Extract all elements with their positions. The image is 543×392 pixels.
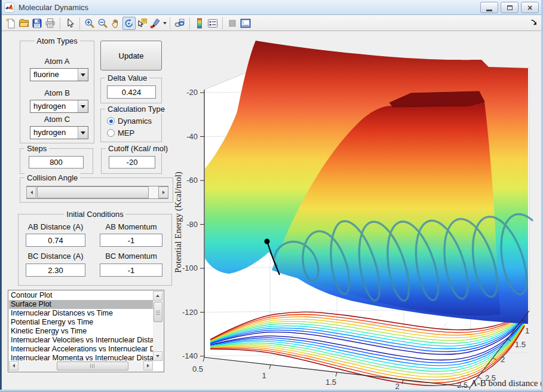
panel-title: Collision Angle bbox=[24, 173, 80, 182]
panel-title: Calculation Type bbox=[105, 105, 167, 114]
radio-mep[interactable]: MEP bbox=[107, 128, 134, 137]
tick-label: 1.5 bbox=[326, 378, 336, 387]
dropdown-button[interactable] bbox=[78, 100, 88, 112]
atom-a-dropdown[interactable]: fluorine bbox=[30, 68, 88, 81]
tick-label: 1.5 bbox=[515, 340, 526, 349]
close-icon: × bbox=[527, 4, 532, 12]
insert-colorbar-icon[interactable] bbox=[193, 17, 206, 30]
data-cursor-icon[interactable] bbox=[136, 17, 149, 30]
link-plots-icon[interactable] bbox=[173, 17, 186, 30]
atom-c-value: hydrogen bbox=[33, 128, 66, 137]
plot-tools-off-icon[interactable] bbox=[226, 17, 239, 30]
pan-icon[interactable] bbox=[109, 17, 122, 30]
pointer-icon[interactable] bbox=[63, 17, 76, 30]
trajectory-start-marker bbox=[265, 239, 270, 244]
list-item[interactable]: Internuclear Velocities vs Internuclear … bbox=[9, 336, 153, 345]
vscroll-thumb[interactable] bbox=[154, 302, 162, 322]
delta-value-panel: Delta Value bbox=[100, 78, 162, 103]
rotate-3d-icon[interactable] bbox=[122, 17, 136, 30]
scroll-left-button[interactable] bbox=[9, 361, 19, 370]
panel-title: Delta Value bbox=[105, 74, 149, 82]
atom-b-label: Atom B bbox=[20, 88, 94, 97]
list-item[interactable]: Surface Plot bbox=[9, 300, 153, 309]
atom-b-dropdown[interactable]: hydrogen bbox=[30, 100, 88, 113]
tick-label: -120 bbox=[182, 308, 198, 317]
atom-a-label: Atom A bbox=[20, 57, 94, 66]
steps-panel: Steps bbox=[20, 148, 93, 174]
panel-title: Cutoff (Kcal/ mol) bbox=[106, 144, 170, 153]
cutoff-field[interactable] bbox=[109, 156, 155, 169]
tick-label: -60 bbox=[186, 176, 198, 185]
tick-label: -140 bbox=[182, 351, 198, 360]
zoom-in-icon[interactable] bbox=[83, 17, 96, 30]
save-figure-icon[interactable] bbox=[30, 17, 44, 30]
radio-dynamics[interactable]: Dynamics bbox=[107, 117, 152, 125]
arrow-up-icon bbox=[156, 295, 159, 297]
dropdown-button[interactable] bbox=[78, 127, 88, 139]
dropdown-button[interactable] bbox=[78, 69, 88, 81]
list-item[interactable]: Internuclear Accelerations vs Internucle… bbox=[9, 345, 153, 354]
title-bar[interactable]: Molecular Dynamics × bbox=[0, 0, 543, 15]
arrow-down-icon bbox=[156, 355, 159, 357]
radio-dynamics-label: Dynamics bbox=[118, 117, 152, 125]
slider-left-arrow[interactable] bbox=[26, 186, 36, 198]
delta-value-field[interactable] bbox=[107, 85, 156, 99]
surface-plot-canvas[interactable]: -20-40-60-80-100-120-1400.511.522.511.52… bbox=[173, 31, 543, 390]
thumb-grip bbox=[90, 364, 96, 368]
bc-momentum-label: BC Momentum bbox=[100, 252, 162, 261]
atom-c-dropdown[interactable]: hydrogen bbox=[30, 126, 88, 139]
listbox-items: Contour PlotSurface PlotInternuclear Dis… bbox=[9, 291, 153, 361]
scroll-down-button[interactable] bbox=[153, 351, 162, 361]
close-button[interactable]: × bbox=[521, 2, 539, 13]
list-item[interactable]: Contour Plot bbox=[9, 291, 153, 300]
ab-distance-label: AB Distance (A) bbox=[26, 222, 85, 231]
toolbar-overflow-icon[interactable] bbox=[530, 19, 538, 27]
open-file-icon[interactable] bbox=[17, 17, 30, 30]
toolbar-separator bbox=[189, 17, 190, 29]
panel-title: Atom Types bbox=[34, 36, 79, 45]
radio-unselected-icon[interactable] bbox=[107, 129, 115, 137]
hscroll-thumb[interactable] bbox=[57, 362, 128, 370]
listbox-hscrollbar[interactable] bbox=[9, 361, 153, 371]
atom-b-value: hydrogen bbox=[33, 102, 66, 111]
window-title: Molecular Dynamics bbox=[19, 3, 88, 12]
cutoff-panel: Cutoff (Kcal/ mol) bbox=[101, 148, 162, 174]
scroll-right-button[interactable] bbox=[143, 361, 153, 370]
insert-legend-icon[interactable] bbox=[206, 17, 219, 30]
list-item[interactable]: Internuclear Distances vs Time bbox=[9, 309, 153, 318]
scroll-up-button[interactable] bbox=[153, 291, 162, 301]
listbox-vscrollbar[interactable] bbox=[153, 291, 163, 361]
z-axis-label: Potential Energy (Kcal/mol) bbox=[173, 172, 183, 273]
list-item[interactable]: Internuclear Momenta vs Internuclear Dis… bbox=[9, 354, 153, 361]
bc-momentum-field[interactable] bbox=[100, 264, 162, 277]
minimize-button[interactable] bbox=[480, 2, 498, 13]
tick-label: 0.5 bbox=[192, 365, 203, 373]
maximize-icon bbox=[507, 5, 513, 10]
app-window: Molecular Dynamics × Atom Types bbox=[0, 0, 543, 392]
bc-distance-field[interactable] bbox=[26, 264, 85, 277]
figure-area: Atom Types Atom A fluorine Atom B hydrog… bbox=[0, 31, 543, 390]
ab-momentum-field[interactable] bbox=[100, 234, 162, 247]
plot-tools-on-icon[interactable] bbox=[239, 17, 252, 30]
brush-dropdown-caret[interactable] bbox=[163, 22, 167, 24]
new-figure-icon[interactable] bbox=[4, 17, 17, 30]
zoom-out-icon[interactable] bbox=[96, 17, 109, 30]
atom-types-panel: Atom Types Atom A fluorine Atom B hydrog… bbox=[20, 41, 94, 143]
plot-type-listbox[interactable]: Contour PlotSurface PlotInternuclear Dis… bbox=[8, 290, 164, 372]
steps-field[interactable] bbox=[29, 156, 84, 169]
figure-toolbar bbox=[0, 16, 543, 31]
toolbar-separator bbox=[170, 17, 170, 29]
radio-selected-icon[interactable] bbox=[107, 117, 115, 125]
slider-right-arrow[interactable] bbox=[158, 186, 168, 198]
collision-angle-slider[interactable] bbox=[26, 186, 168, 199]
print-figure-icon[interactable] bbox=[44, 17, 57, 30]
list-item[interactable]: Kinetic Energy vs Time bbox=[9, 327, 153, 336]
brush-icon[interactable] bbox=[149, 17, 162, 30]
list-item[interactable]: Potential Energy vs Time bbox=[9, 318, 153, 327]
ab-distance-field[interactable] bbox=[26, 234, 85, 247]
slider-thumb[interactable] bbox=[37, 186, 149, 198]
maximize-button[interactable] bbox=[501, 2, 519, 13]
update-button[interactable]: Update bbox=[100, 41, 162, 71]
toolbar-separator bbox=[60, 17, 60, 29]
radio-mep-label: MEP bbox=[118, 128, 134, 137]
